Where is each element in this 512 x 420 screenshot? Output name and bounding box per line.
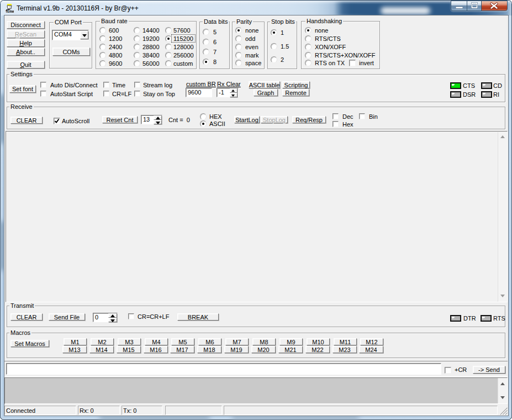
svg-text:TERM: TERM: [6, 10, 14, 13]
